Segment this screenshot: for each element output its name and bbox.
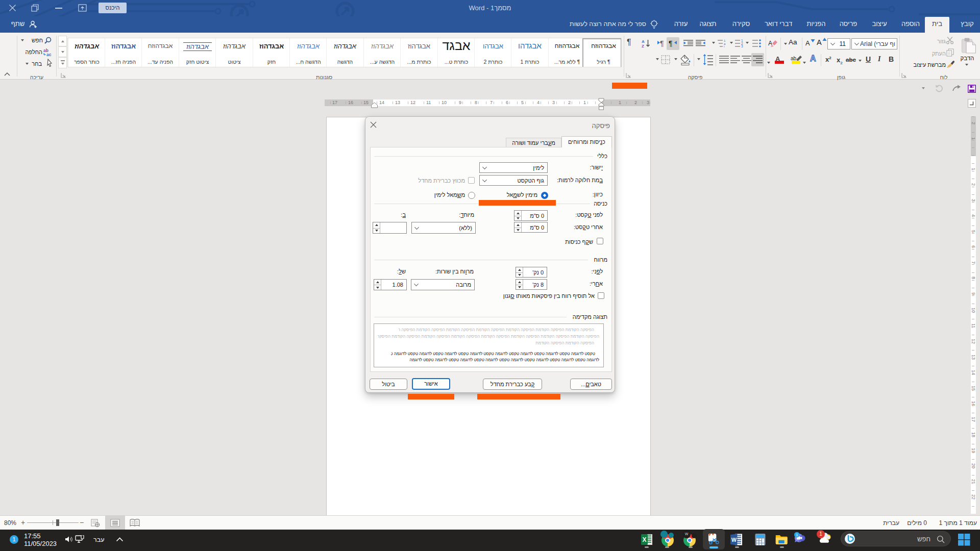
svg-text:¶: ¶ [660, 39, 664, 47]
svg-text:1: 1 [796, 533, 798, 537]
svg-text:X: X [643, 536, 647, 543]
svg-text:A: A [642, 39, 645, 44]
svg-text:Z: Z [642, 44, 644, 48]
svg-text:W: W [731, 537, 737, 543]
svg-text:ac: ac [46, 52, 52, 57]
svg-text:i: i [724, 45, 724, 47]
svg-text:3: 3 [741, 44, 743, 47]
svg-text:¶: ¶ [669, 39, 673, 47]
